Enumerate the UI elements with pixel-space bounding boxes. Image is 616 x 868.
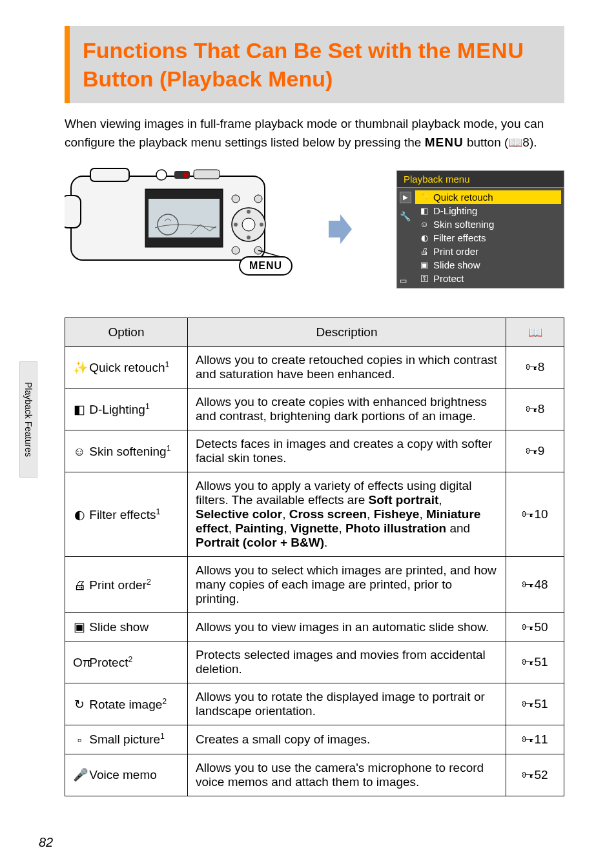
bold-term: Portrait (color + B&W) (196, 536, 324, 549)
menu-item-icon: 🖨 (419, 247, 429, 256)
option-superscript: 1 (160, 732, 165, 741)
menu-left-icons: ▶ 🔧 ▭ (400, 190, 411, 285)
reference-cell: 🗝51 (506, 683, 564, 725)
table-row: ▣ Slide showAllows you to view images in… (65, 613, 564, 641)
svg-point-13 (247, 236, 251, 239)
option-cell: ◧ D-Lighting1 (65, 389, 188, 430)
option-icon: ▫ (73, 733, 86, 747)
wrench-icon: 🔧 (400, 211, 411, 221)
reference-number: 48 (534, 578, 548, 591)
reference-number: 11 (534, 732, 548, 746)
table-row: ✨ Quick retouch1Allows you to create ret… (65, 347, 564, 389)
col-header-option: Option (65, 318, 188, 347)
option-icon: ▣ (73, 620, 86, 634)
menu-item: ◐Filter effects (415, 231, 561, 245)
menu-button-callout: MENU (239, 256, 293, 276)
reference-key-icon: 🗝 (522, 655, 534, 669)
menu-item-icon: ▣ (419, 260, 429, 270)
desc-text: , (367, 507, 374, 521)
svg-rect-8 (149, 199, 220, 237)
table-row: ↻ Rotate image2Allows you to rotate the … (65, 683, 564, 725)
reference-cell: 🗝52 (506, 754, 564, 796)
menu-item-label: Slide show (433, 259, 480, 270)
svg-point-5 (183, 172, 189, 177)
bold-term: Painting (235, 521, 283, 535)
playback-menu-panel: Playback menu ▶ 🔧 ▭ ✨Quick retouch◧D-Lig… (396, 170, 564, 288)
option-icon: 🎤 (73, 767, 86, 782)
reference-number: 51 (534, 697, 548, 711)
option-icon: ◐ (73, 507, 86, 522)
reference-key-icon: 🗝 (526, 444, 538, 458)
reference-cell: 🗝8 (506, 347, 564, 389)
svg-rect-1 (65, 196, 81, 228)
option-cell: 🖨 Print order2 (65, 557, 188, 613)
menu-item-label: D-Lighting (433, 205, 477, 216)
svg-rect-2 (90, 168, 129, 181)
description-cell: Allows you to view images in an automati… (188, 613, 506, 641)
svg-point-14 (234, 223, 238, 227)
reference-cell: 🗝51 (506, 641, 564, 683)
reference-key-icon: 🗝 (522, 578, 534, 592)
table-row: 🎤 Voice memoAllows you to use the camera… (65, 754, 564, 796)
option-superscript: 1 (145, 402, 150, 411)
reference-key-icon: 🗝 (522, 507, 534, 521)
bold-term: Vignette (291, 521, 339, 535)
diagram-row: MENU Playback menu ▶ 🔧 ▭ ✨Quick retouch◧… (65, 163, 564, 295)
menu-item: ▣Slide show (415, 258, 561, 272)
intro-mid: button ( (464, 136, 509, 149)
menu-item-label: Print order (433, 246, 478, 257)
menu-item-icon: ◐ (419, 233, 429, 243)
heading-menu-word: MENU (457, 38, 524, 63)
options-table: Option Description 📖 ✨ Quick retouch1All… (65, 318, 564, 796)
bold-term: Fisheye (374, 507, 420, 521)
menu-panel-title: Playback menu (396, 170, 564, 187)
sidebar-label: Playback Features (23, 382, 34, 457)
option-icon: 🖨 (73, 578, 86, 592)
description-cell: Allows you to rotate the displayed image… (188, 683, 506, 725)
menu-item-label: Quick retouch (433, 192, 493, 203)
svg-point-17 (254, 195, 262, 203)
option-label: Rotate image (86, 698, 162, 711)
reference-number: 50 (534, 620, 548, 634)
menu-item-icon: ⚿ (419, 274, 429, 283)
description-cell: Allows you to create retouched copies in… (188, 347, 506, 389)
option-superscript: 1 (167, 444, 171, 453)
option-cell: ✨ Quick retouch1 (65, 347, 188, 389)
sidebar-tab: Playback Features (19, 361, 37, 478)
desc-text: and (446, 521, 470, 535)
reference-key-icon: 🗝 (522, 732, 534, 747)
option-label: Filter effects (86, 508, 156, 521)
menu-item: ☺Skin softening (415, 217, 561, 231)
svg-rect-6 (194, 170, 220, 179)
reference-cell: 🗝8 (506, 389, 564, 430)
desc-text: , (229, 521, 236, 535)
book-icon: 📖 (508, 134, 522, 152)
menu-item-icon: ◧ (419, 206, 429, 216)
section-heading: Functions That Can Be Set with the MENU … (65, 26, 564, 103)
menu-item: ⚿Protect (415, 272, 561, 285)
option-cell: ◐ Filter effects1 (65, 472, 188, 557)
option-label: Voice memo (86, 768, 157, 782)
description-cell: Allows you to use the camera's microphon… (188, 754, 506, 796)
intro-menu-word: MENU (425, 136, 464, 149)
option-label: Small picture (86, 733, 160, 747)
bold-term: Soft portrait (369, 493, 439, 507)
description-cell: Protects selected images and movies from… (188, 641, 506, 683)
camera-illustration: MENU (65, 163, 284, 295)
bold-term: Selective color (196, 507, 282, 521)
option-label: Protect (86, 656, 128, 669)
desc-text: , (282, 507, 289, 521)
table-row: ◐ Filter effects1Allows you to apply a v… (65, 472, 564, 557)
menu-item-icon: ✨ (419, 192, 429, 202)
reference-key-icon: 🗝 (522, 768, 534, 782)
option-label: Slide show (86, 620, 149, 634)
reference-number: 51 (534, 655, 548, 669)
page-number: 82 (39, 835, 53, 850)
option-icon: ☺ (73, 445, 86, 459)
desc-text: . (324, 536, 327, 549)
reference-key-icon: 🗝 (526, 360, 538, 374)
menu-button-label: MENU (249, 260, 282, 271)
card-icon: ▭ (400, 276, 411, 285)
option-superscript: 2 (128, 655, 132, 664)
table-row: 🖨 Print order2Allows you to select which… (65, 557, 564, 613)
